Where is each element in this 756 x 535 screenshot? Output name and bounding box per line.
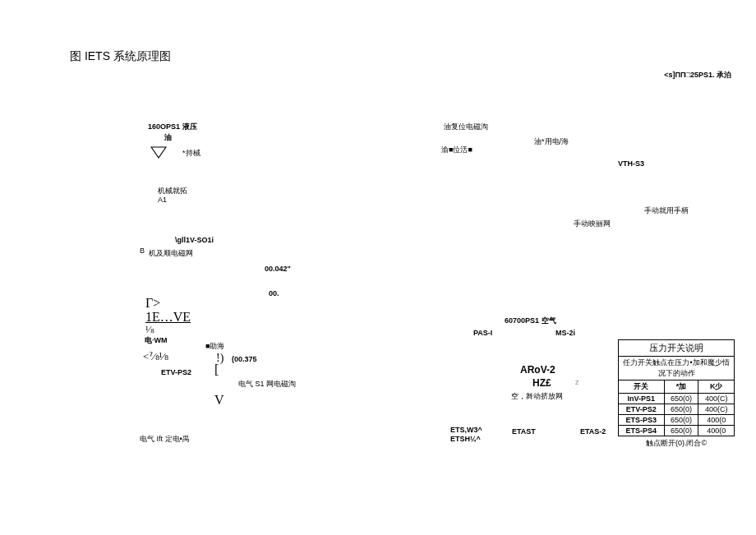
label-vth-s3: VTH-S3 [618, 159, 644, 168]
label-dianwm: 电·WM [145, 335, 168, 346]
cell: 650(0) [664, 394, 698, 404]
label-00042: 00.042" [265, 265, 291, 273]
label-yuweihuo: 渝■位活■ [441, 145, 472, 155]
label-160ops1: 160OPS1 液压 [148, 122, 197, 132]
cell: 650(0) [664, 404, 698, 415]
label-z: z [575, 378, 579, 386]
label-etsh: ETSH¼^ [450, 435, 481, 443]
cell: ETS-PS4 [619, 426, 665, 436]
label-dianqi-s1: 电气 S1 网电磁淘 [238, 379, 304, 390]
table-row: ETS-PS4 650(0) 400(0 [619, 426, 735, 436]
label-ms-2i: MS-2i [555, 329, 575, 337]
table-row: InV-PS1 650(0) 400(C) [619, 394, 735, 404]
label-chi: *持械 [182, 148, 201, 159]
top-right-code: <s]ΠΠ□25PS1. 承泊 [664, 70, 731, 81]
label-zhuhai: ■助海 [205, 341, 224, 352]
label-hz: HZ£ [532, 377, 551, 389]
label-youfuwei: 油复位电磁淘 [444, 122, 488, 132]
label-shoudong-net: 手动映丽网 [574, 219, 611, 229]
label-frac18: ¹⁄₈ [145, 324, 154, 336]
th-add: *加 [664, 380, 698, 394]
cell: 650(0) [664, 415, 698, 426]
label-etast: ETAST [512, 427, 536, 436]
label-jiji: 机及顺电磁网 [149, 248, 193, 259]
label-0375: (00.375 [232, 355, 257, 363]
th-k: K少 [698, 380, 735, 394]
label-v: V [214, 393, 224, 408]
label-ets-w3: ETS,W3^ [450, 426, 482, 434]
label-a1: A1 [158, 196, 167, 204]
svg-marker-0 [151, 147, 166, 158]
label-dianqi-ift: 电气 Ift 定电•禺 [140, 434, 190, 445]
triangle-icon [150, 146, 167, 161]
table-footer: 触点断开(0).闭合© [618, 438, 735, 449]
label-gli: \gll1V-SO1i [175, 236, 214, 244]
label-kongwu: 空，舞动挤放网 [511, 391, 563, 402]
page-title: 图 IETS 系统原理图 [70, 49, 171, 64]
pressure-switch-table: 压力开关说明 任力开关触点在压力•加和魔少情况下的动作 开关 *加 K少 InV… [618, 339, 735, 449]
cell: 400(C) [698, 394, 735, 404]
label-you: 油 [164, 132, 172, 143]
cell: InV-PS1 [619, 394, 665, 404]
cell: 400(C) [698, 404, 735, 415]
table-title: 压力开关说明 [618, 339, 735, 356]
label-arov2: ARoV-2 [520, 364, 555, 376]
th-switch: 开关 [619, 380, 665, 394]
table-row: ETV-PS2 650(0) 400(C) [619, 404, 735, 415]
label-gamma: Γ> [145, 296, 160, 311]
cell: 400(0 [698, 415, 735, 426]
label-etv-ps2: ETV-PS2 [161, 368, 191, 376]
table-subtitle: 任力开关触点在压力•加和魔少情况下的动作 [618, 356, 735, 380]
cell: ETS-PS3 [619, 415, 665, 426]
cell: 650(0) [664, 426, 698, 436]
label-60700ps1: 60700PS1 空气 [505, 316, 556, 326]
label-shoudong-handle: 手动就用手柄 [644, 205, 689, 216]
label-00: 00. [269, 289, 279, 297]
label-frac78: <⁷⁄₈¹⁄₈ [143, 350, 168, 363]
label-etas-2: ETAS-2 [580, 427, 606, 436]
label-pas-i: PAS-I [473, 329, 492, 337]
cell: 400(0 [698, 426, 735, 436]
cell: ETV-PS2 [619, 404, 665, 415]
label-b: B [140, 247, 145, 255]
label-youyong: 油*用电/海 [534, 136, 569, 147]
label-bracket: [ [214, 362, 219, 377]
table-row: ETS-PS3 650(0) 400(0 [619, 415, 735, 426]
label-ieve: 1E…VE [145, 310, 191, 325]
table-header-row: 开关 *加 K少 [619, 380, 735, 394]
